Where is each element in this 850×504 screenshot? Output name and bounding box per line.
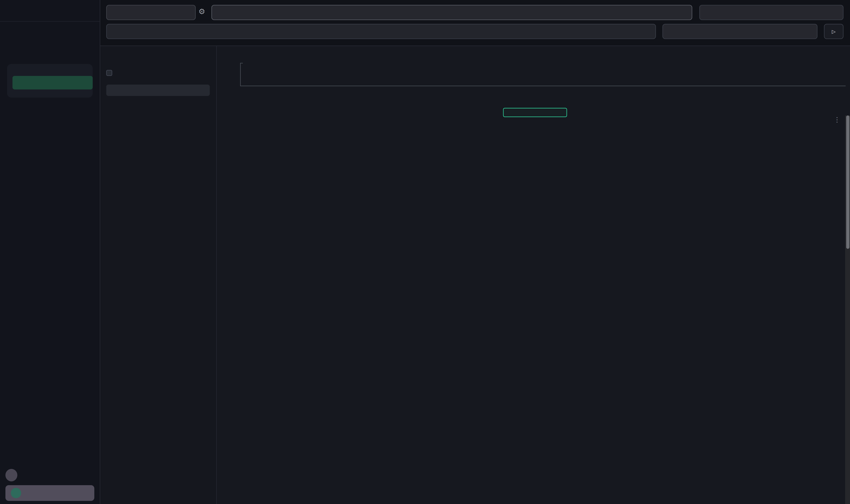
x-axis-line (240, 86, 846, 86)
table-body (217, 125, 843, 504)
search-input[interactable] (106, 24, 656, 39)
more-filters-button[interactable] (106, 85, 210, 96)
filters-panel (100, 46, 217, 504)
cloud-card (7, 64, 93, 98)
sidebar (0, 0, 100, 504)
create-dashboard-button[interactable] (0, 22, 100, 29)
y-axis-tick (240, 63, 243, 64)
resume-live-tail-button[interactable] (503, 108, 567, 117)
table-menu-icon[interactable]: ⋮ (834, 116, 840, 124)
run-query-button[interactable]: ▷ (824, 24, 844, 39)
app-root: ⚙ ▷ (0, 0, 850, 504)
date-range-input[interactable] (662, 24, 817, 39)
sql-select-input[interactable] (211, 5, 692, 20)
results-panel: ⋮ (217, 46, 850, 504)
logo-row (0, 0, 100, 12)
y-axis-line (240, 63, 241, 86)
denoise-results-checkbox-row[interactable] (106, 70, 210, 76)
get-started-button[interactable] (12, 76, 93, 89)
denoise-checkbox[interactable] (106, 70, 112, 76)
table-scrollbar[interactable] (845, 115, 850, 504)
order-by-input[interactable] (699, 5, 844, 20)
avatar (11, 488, 21, 498)
help-button[interactable] (5, 469, 17, 481)
scrollbar-thumb[interactable] (846, 115, 849, 249)
settings-gear-icon[interactable]: ⚙ (198, 7, 205, 16)
user-menu[interactable] (5, 485, 94, 501)
presets-toggle[interactable] (0, 29, 100, 34)
source-select[interactable] (106, 5, 196, 20)
table-header (217, 116, 850, 125)
